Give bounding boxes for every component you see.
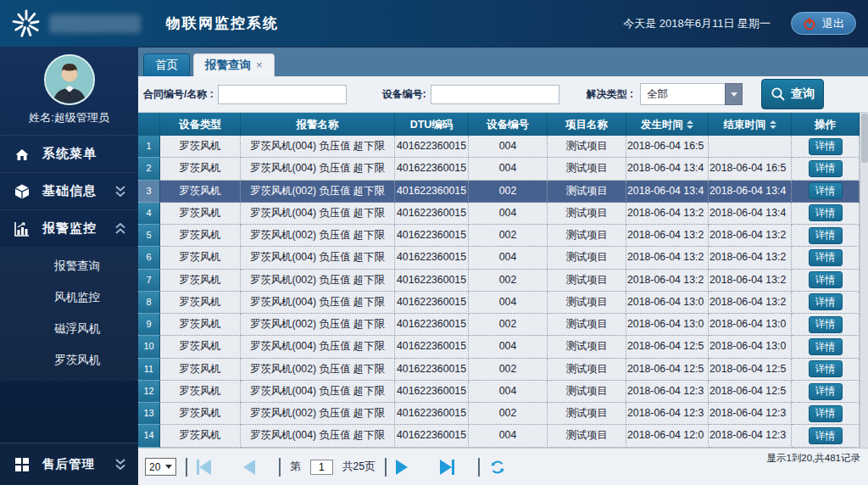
cell-project-name: 测试项目 [548, 359, 626, 381]
detail-button[interactable]: 详情 [809, 249, 843, 266]
sidebar-submenu-item[interactable]: 报警查询 [0, 250, 138, 282]
cube-icon [14, 183, 31, 200]
cell-device-type: 罗茨风机 [160, 292, 241, 314]
search-filter-bar: 合同编号/名称 : 设备编号: 解决类型 : 全部 查询 [138, 76, 868, 113]
vertical-scrollbar[interactable] [860, 113, 868, 448]
table-row[interactable]: 3 罗茨风机 罗茨风机(002) 负压值 超下限 401622360015 00… [138, 181, 860, 203]
sidebar-item-system-menu[interactable]: 系统菜单 [0, 135, 138, 172]
cell-occur-time: 2018-06-04 13:2 [626, 203, 709, 225]
table-row[interactable]: 11 罗茨风机 罗茨风机(002) 负压值 超下限 401622360015 0… [138, 359, 860, 381]
table-row[interactable]: 9 罗茨风机 罗茨风机(002) 负压值 超下限 401622360015 00… [138, 314, 860, 336]
cell-operation: 详情 [792, 314, 860, 336]
sidebar-item-label: 售后管理 [42, 456, 95, 472]
page-size-select[interactable]: 20 [145, 458, 176, 476]
col-end-time[interactable]: 结束时间 [709, 113, 792, 136]
cell-end-time: 2018-06-04 13:2 [709, 247, 792, 269]
sidebar-submenu-item[interactable]: 风机监控 [0, 282, 138, 313]
cell-end-time: 2018-06-04 12:5 [709, 381, 792, 403]
pagination-bar: 20 第 共25页 [138, 448, 868, 485]
tab-label: 首页 [155, 59, 178, 71]
table-row[interactable]: 13 罗茨风机 罗茨风机(002) 负压值 超下限 401622360015 0… [138, 403, 860, 425]
sidebar-item-aftersales[interactable]: 售后管理 [0, 443, 138, 485]
detail-button[interactable]: 详情 [809, 383, 843, 400]
detail-button[interactable]: 详情 [809, 227, 843, 244]
sidebar-item-label: 报警监控 [42, 220, 97, 237]
cell-operation: 详情 [792, 292, 860, 314]
cell-occur-time: 2018-06-04 13:2 [626, 225, 709, 247]
contract-input[interactable] [218, 85, 347, 104]
detail-button[interactable]: 详情 [809, 293, 843, 310]
row-number: 4 [138, 203, 160, 225]
tab-bar: 首页 报警查询 × [138, 47, 868, 76]
detail-button[interactable]: 详情 [809, 316, 843, 333]
sidebar-submenu-item[interactable]: 磁浮风机 [0, 313, 138, 344]
cell-dtu-code: 401622360015 [395, 225, 469, 247]
table-row[interactable]: 5 罗茨风机 罗茨风机(002) 负压值 超下限 401622360015 00… [138, 225, 860, 247]
first-page-button[interactable] [197, 460, 211, 475]
cell-project-name: 测试项目 [548, 136, 626, 158]
table-row[interactable]: 10 罗茨风机 罗茨风机(004) 负压值 超下限 401622360015 0… [138, 336, 860, 358]
tab-home[interactable]: 首页 [143, 53, 190, 76]
detail-button[interactable]: 详情 [809, 160, 843, 177]
table-row[interactable]: 6 罗茨风机 罗茨风机(004) 负压值 超下限 401622360015 00… [138, 247, 860, 269]
detail-button[interactable]: 详情 [809, 338, 843, 355]
close-icon[interactable]: × [256, 54, 263, 76]
detail-button[interactable]: 详情 [809, 138, 843, 155]
resolve-type-value: 全部 [640, 83, 725, 105]
cell-occur-time: 2018-06-04 12:3 [626, 403, 709, 425]
query-button[interactable]: 查询 [761, 79, 824, 109]
detail-button[interactable]: 详情 [809, 182, 843, 199]
table-row[interactable]: 14 罗茨风机 罗茨风机(004) 负压值 超下限 401622360015 0… [138, 425, 860, 447]
divider [186, 458, 187, 477]
col-label: 发生时间 [641, 114, 683, 136]
sidebar-submenu-item[interactable]: 罗茨风机 [0, 344, 138, 376]
cell-project-name: 测试项目 [548, 292, 626, 314]
cell-end-time: 2018-06-04 16:5 [709, 158, 792, 180]
col-occur-time[interactable]: 发生时间 [626, 113, 709, 136]
cell-project-name: 测试项目 [548, 381, 626, 403]
prev-page-button[interactable] [243, 460, 255, 475]
table-row[interactable]: 12 罗茨风机 罗茨风机(004) 负压值 超下限 401622360015 0… [138, 381, 860, 403]
sidebar: 姓名:超级管理员 系统菜单 基础信息 [0, 47, 138, 485]
cell-dtu-code: 401622360015 [395, 425, 469, 447]
detail-button[interactable]: 详情 [809, 427, 843, 444]
refresh-icon[interactable] [489, 459, 506, 476]
chevron-down-icon [165, 465, 172, 469]
resolve-type-select[interactable]: 全部 [640, 83, 743, 105]
cell-device-no: 004 [469, 292, 548, 314]
cell-device-no: 004 [469, 381, 548, 403]
scrollbar-thumb[interactable] [861, 114, 868, 163]
sidebar-item-alarm-monitoring[interactable]: 报警监控 [0, 209, 138, 247]
sidebar-item-label: 基础信息 [42, 183, 97, 199]
last-page-button[interactable] [440, 460, 454, 475]
detail-button[interactable]: 详情 [809, 204, 843, 221]
next-page-button[interactable] [396, 460, 408, 475]
row-number: 12 [138, 381, 160, 403]
select-dropdown-button[interactable] [725, 83, 743, 105]
cell-end-time: 2018-06-04 13:0 [709, 336, 792, 358]
cell-occur-time: 2018-06-04 12:3 [626, 381, 709, 403]
table-row[interactable]: 8 罗茨风机 罗茨风机(004) 负压值 超下限 401622360015 00… [138, 292, 860, 314]
detail-button[interactable]: 详情 [809, 271, 843, 288]
device-no-input[interactable] [431, 85, 559, 104]
table-row[interactable]: 7 罗茨风机 罗茨风机(002) 负压值 超下限 401622360015 00… [138, 270, 860, 292]
sort-icon[interactable] [770, 120, 776, 129]
page-number-input[interactable] [310, 460, 333, 475]
table-row[interactable]: 4 罗茨风机 罗茨风机(004) 负压值 超下限 401622360015 00… [138, 203, 860, 225]
table-row[interactable]: 2 罗茨风机 罗茨风机(004) 负压值 超下限 401622360015 00… [138, 158, 860, 180]
cell-device-type: 罗茨风机 [160, 270, 241, 292]
sort-icon[interactable] [687, 120, 693, 129]
cell-dtu-code: 401622360015 [395, 158, 469, 180]
cell-operation: 详情 [792, 158, 860, 180]
detail-button[interactable]: 详情 [809, 405, 843, 422]
divider [478, 458, 480, 477]
detail-button[interactable]: 详情 [809, 360, 843, 377]
tab-alarm-query[interactable]: 报警查询 × [193, 53, 275, 76]
cell-end-time: 2018-06-04 13:4 [709, 203, 792, 225]
cell-occur-time: 2018-06-04 13:0 [626, 292, 709, 314]
logout-button[interactable]: 退出 [791, 12, 856, 35]
cell-alarm-name: 罗茨风机(004) 负压值 超下限 [241, 336, 395, 358]
table-row[interactable]: 1 罗茨风机 罗茨风机(004) 负压值 超下限 401622360015 00… [138, 136, 860, 158]
cell-end-time: 2018-06-04 13:0 [709, 314, 792, 336]
sidebar-item-basic-info[interactable]: 基础信息 [0, 172, 138, 209]
